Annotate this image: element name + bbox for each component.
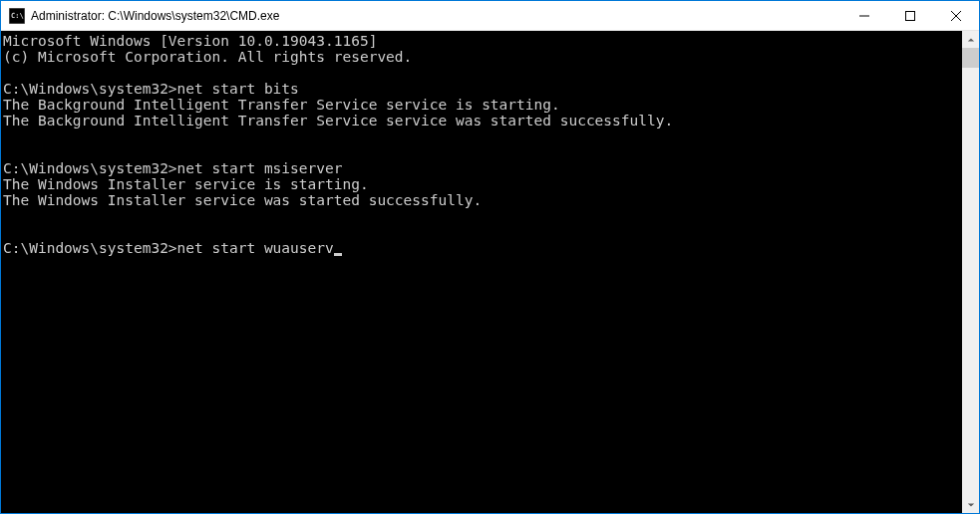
titlebar[interactable]: C:\ Administrator: C:\Windows\system32\C…: [1, 1, 979, 31]
cursor: [334, 253, 342, 256]
terminal[interactable]: Microsoft Windows [Version 10.0.19043.11…: [1, 31, 962, 513]
terminal-line: [3, 128, 960, 144]
scroll-track[interactable]: [962, 48, 979, 496]
terminal-line: [3, 65, 960, 81]
vertical-scrollbar[interactable]: [962, 31, 979, 513]
scroll-thumb[interactable]: [962, 48, 979, 68]
terminal-line: C:\Windows\system32>net start msiserver: [3, 160, 960, 176]
terminal-line: (c) Microsoft Corporation. All rights re…: [3, 49, 960, 65]
terminal-area: Microsoft Windows [Version 10.0.19043.11…: [1, 31, 979, 513]
close-button[interactable]: [933, 1, 979, 30]
cmd-icon: C:\: [9, 8, 25, 24]
terminal-line: The Windows Installer service was starte…: [3, 192, 960, 208]
terminal-line: C:\Windows\system32>net start wuauserv: [3, 240, 960, 256]
scroll-down-button[interactable]: [962, 496, 979, 513]
window-title: Administrator: C:\Windows\system32\CMD.e…: [31, 9, 841, 23]
terminal-line: C:\Windows\system32>net start bits: [3, 81, 960, 97]
svg-text:C:\: C:\: [11, 12, 24, 20]
terminal-line: [3, 208, 960, 224]
scroll-up-button[interactable]: [962, 31, 979, 48]
terminal-line: The Background Intelligent Transfer Serv…: [3, 113, 960, 128]
minimize-button[interactable]: [841, 1, 887, 30]
terminal-line: [3, 144, 960, 160]
window-controls: [841, 1, 979, 30]
svg-rect-3: [906, 11, 915, 20]
terminal-line: [3, 224, 960, 240]
maximize-button[interactable]: [887, 1, 933, 30]
terminal-line: The Windows Installer service is startin…: [3, 176, 960, 192]
terminal-line: The Background Intelligent Transfer Serv…: [3, 97, 960, 113]
cmd-window: C:\ Administrator: C:\Windows\system32\C…: [1, 1, 979, 513]
terminal-line: Microsoft Windows [Version 10.0.19043.11…: [3, 33, 960, 49]
